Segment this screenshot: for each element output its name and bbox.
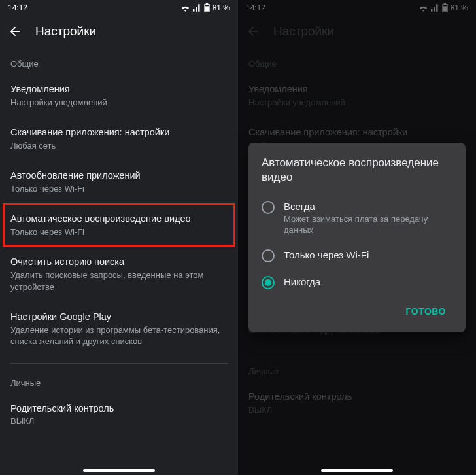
back-icon[interactable] xyxy=(8,24,22,39)
item-sub: Только через Wi-Fi xyxy=(10,226,228,238)
section-personal: Личные xyxy=(10,366,228,393)
nav-handle[interactable] xyxy=(83,469,155,472)
item-title: Автообновление приложений xyxy=(10,169,228,183)
item-sub: Настройки уведомлений xyxy=(10,97,228,109)
item-clear-history[interactable]: Очистить историю поиска Удалить поисковы… xyxy=(10,247,228,302)
section-general: Общие xyxy=(10,47,228,74)
page-title: Настройки xyxy=(35,24,96,39)
radio-label: Всегда xyxy=(284,200,452,213)
radio-label: Только через Wi-Fi xyxy=(284,249,369,262)
dialog-actions: ГОТОВО xyxy=(262,296,452,327)
item-title: Настройки Google Play xyxy=(10,311,228,324)
status-right: 81 % xyxy=(180,3,230,12)
svg-rect-1 xyxy=(205,3,208,5)
item-sub: Удаление истории из программы бета-тести… xyxy=(10,325,228,347)
status-bar: 14:12 81 % xyxy=(0,0,238,16)
radio-option-never[interactable]: Никогда xyxy=(262,269,452,296)
radio-icon-selected xyxy=(262,276,275,289)
autoplay-dialog: Автоматическое воспроизведение видео Все… xyxy=(248,143,466,332)
dialog-title: Автоматическое воспроизведение видео xyxy=(262,156,452,185)
app-bar: Настройки xyxy=(0,16,238,47)
item-sub: Удалить поисковые запросы, введенные на … xyxy=(10,270,228,292)
item-sub: Только через Wi-Fi xyxy=(10,183,228,195)
done-button[interactable]: ГОТОВО xyxy=(400,301,452,322)
phone-left: 14:12 81 % Настройки Общие Уведомления Н… xyxy=(0,0,238,475)
phone-right: 14:12 81 % Настройки Общие Уведомления Н… xyxy=(238,0,476,475)
item-sub: ВЫКЛ xyxy=(10,415,228,427)
wifi-icon xyxy=(180,4,190,12)
radio-option-wifi[interactable]: Только через Wi-Fi xyxy=(262,242,452,269)
status-battery: 81 % xyxy=(212,3,230,12)
battery-icon xyxy=(204,3,210,12)
item-play-settings[interactable]: Настройки Google Play Удаление истории и… xyxy=(10,302,228,357)
signal-icon xyxy=(193,4,201,12)
item-title: Скачивание приложения: настройки xyxy=(10,126,228,139)
item-title: Уведомления xyxy=(10,83,228,96)
item-autoupdate[interactable]: Автообновление приложений Только через W… xyxy=(10,160,228,203)
radio-icon xyxy=(262,201,275,214)
svg-rect-2 xyxy=(205,6,209,11)
radio-sub: Может взиматься плата за передачу данных xyxy=(284,214,452,236)
item-title: Родительский контроль xyxy=(10,402,228,415)
radio-option-always[interactable]: Всегда Может взиматься плата за передачу… xyxy=(262,194,452,242)
item-notifications[interactable]: Уведомления Настройки уведомлений xyxy=(10,74,228,117)
item-download[interactable]: Скачивание приложения: настройки Любая с… xyxy=(10,117,228,160)
radio-icon xyxy=(262,249,275,262)
settings-list: Общие Уведомления Настройки уведомлений … xyxy=(0,47,238,436)
nav-handle[interactable] xyxy=(321,469,393,472)
radio-label: Никогда xyxy=(284,275,320,289)
item-title: Автоматическое воспроизведение видео xyxy=(10,213,228,226)
item-parental[interactable]: Родительский контроль ВЫКЛ xyxy=(10,393,228,436)
status-time: 14:12 xyxy=(8,3,27,12)
item-sub: Любая сеть xyxy=(10,140,228,152)
item-autoplay-highlighted[interactable]: Автоматическое воспроизведение видео Тол… xyxy=(3,203,235,247)
divider: Личные Родительский контроль ВЫКЛ xyxy=(10,363,228,436)
item-title: Очистить историю поиска xyxy=(10,256,228,269)
